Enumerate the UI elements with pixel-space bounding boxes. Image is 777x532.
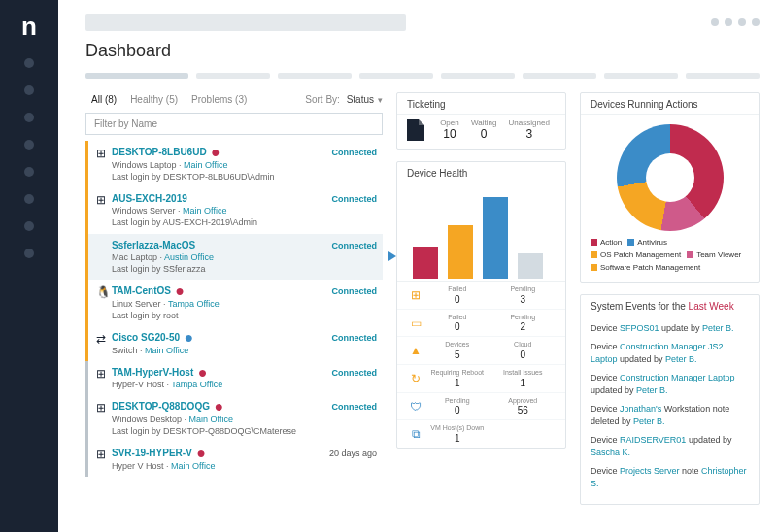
system-events-card: System Events for the Last Week Device S… <box>580 294 760 505</box>
event-link[interactable]: RAIDSERVER01 <box>620 435 686 445</box>
nav-item[interactable] <box>24 221 34 231</box>
sort-value[interactable]: Status <box>347 94 374 105</box>
health-icon: ⧉ <box>407 427 424 441</box>
device-status: Connected <box>331 331 377 356</box>
card-title: System Events for the Last Week <box>581 295 759 316</box>
cursor-icon <box>388 251 396 261</box>
device-row[interactable]: 🐧 TAM-CentOS ● Linux Server · Tampa Offi… <box>85 280 383 326</box>
event-link[interactable]: Construction Manager Laptop <box>620 373 735 382</box>
device-name[interactable]: DESKTOP-8LBU6UD ● <box>112 146 331 159</box>
device-name[interactable]: TAM-CentOS ● <box>112 284 331 298</box>
os-icon: ⊞ <box>96 448 112 472</box>
filter-tab-all[interactable]: All (8) <box>85 92 122 107</box>
health-icon: 🛡 <box>407 400 424 414</box>
logo: n <box>16 14 43 41</box>
page-title: Dashboard <box>85 41 760 61</box>
health-row: ⧉ VM Host(s) Down1 <box>397 420 565 448</box>
device-status: Connected <box>331 400 377 437</box>
filter-tab-healthy[interactable]: Healthy (5) <box>124 92 184 107</box>
chevron-down-icon[interactable]: ▾ <box>378 95 383 105</box>
event-item: Device SFPOS01 update by Peter B. <box>591 322 749 336</box>
device-name[interactable]: TAM-HyperV-Host ● <box>112 366 331 380</box>
event-link[interactable]: Jonathan's <box>620 404 661 414</box>
device-row[interactable]: ⊞ DESKTOP-8LBU6UD ● Windows Laptop · Mai… <box>85 141 383 187</box>
event-item: Device Jonathan's Workstation note delet… <box>591 403 749 429</box>
device-login: Last login by SSferlazza <box>112 263 331 275</box>
chart-bar <box>413 247 438 279</box>
device-meta: Switch · Main Office <box>112 345 331 356</box>
device-meta: Mac Laptop · Austin Office <box>112 251 331 263</box>
nav-item[interactable] <box>24 249 34 258</box>
device-row[interactable]: ⊞ SVR-19-HYPER-V ● Hyper V Host · Main O… <box>85 442 383 477</box>
nav-item[interactable] <box>24 194 34 204</box>
legend-item: Team Viewer <box>687 249 741 262</box>
device-login: Last login by DESKTOP-8LBU6UD\Admin <box>112 171 331 183</box>
device-meta: Windows Desktop · Main Office <box>112 414 331 425</box>
health-icon: ▭ <box>407 316 424 330</box>
health-row: ▭ Failed0 Pending2 <box>397 310 565 338</box>
chart-bar <box>518 253 543 279</box>
health-row: 🛡 Pending0 Approved56 <box>397 393 565 421</box>
health-row: ▲ Devices5 Cloud0 <box>397 337 565 365</box>
device-row[interactable]: ⊞ AUS-EXCH-2019 Windows Server · Main Of… <box>85 187 383 234</box>
device-meta: Windows Laptop · Main Office <box>112 159 331 171</box>
search-input[interactable]: Filter by Name <box>85 113 383 135</box>
health-icon: ⊞ <box>407 288 424 302</box>
event-user-link[interactable]: Peter B. <box>665 354 697 364</box>
device-name[interactable]: Ssferlazza-MacOS <box>112 239 331 252</box>
device-name[interactable]: DESKTOP-Q88DOQG ● <box>112 400 331 414</box>
device-status: Connected <box>331 366 377 391</box>
device-login: Last login by AUS-EXCH-2019\Admin <box>112 216 331 228</box>
event-item: Device Construction Manager Laptop updat… <box>591 372 749 398</box>
health-icon: ↻ <box>407 372 424 385</box>
device-meta: Hyper-V Host · Tampa Office <box>112 379 331 390</box>
header-placeholder <box>85 14 406 31</box>
device-row[interactable]: Ssferlazza-MacOS Mac Laptop · Austin Off… <box>85 234 383 281</box>
device-row[interactable]: ⊞ TAM-HyperV-Host ● Hyper-V Host · Tampa… <box>85 361 383 396</box>
os-icon <box>96 240 112 276</box>
event-user-link[interactable]: Peter B. <box>633 416 665 426</box>
nav-item[interactable] <box>24 85 34 95</box>
filter-tab-problems[interactable]: Problems (3) <box>186 92 253 107</box>
device-row[interactable]: ⊞ DESKTOP-Q88DOQG ● Windows Desktop · Ma… <box>85 395 383 442</box>
os-icon: ⊞ <box>96 193 112 229</box>
device-meta: Linux Server · Tampa Office <box>112 298 331 310</box>
legend-item: OS Patch Management <box>591 249 681 262</box>
health-row: ⊞ Failed0 Pending3 <box>397 282 565 310</box>
device-status: 20 days ago <box>329 447 377 472</box>
device-status: Connected <box>331 146 377 183</box>
legend-item: Action <box>591 237 622 249</box>
chart-bar <box>483 197 508 279</box>
event-user-link[interactable]: Sascha K. <box>591 448 630 457</box>
device-meta: Hyper V Host · Main Office <box>112 460 329 472</box>
device-name[interactable]: SVR-19-HYPER-V ● <box>112 447 329 460</box>
event-link[interactable]: SFPOS01 <box>620 323 659 333</box>
nav-item[interactable] <box>24 167 34 177</box>
event-user-link[interactable]: Peter B. <box>702 323 734 333</box>
event-item: Device Construction Manager JS2 Laptop u… <box>591 341 749 367</box>
device-name[interactable]: Cisco SG20-50 ● <box>112 331 331 345</box>
device-status: Connected <box>331 284 377 321</box>
ticketing-card: Ticketing Open10Waiting0Unassigned3 <box>396 92 566 150</box>
event-item: Device RAIDSERVER01 updated by Sascha K. <box>591 434 749 460</box>
event-link[interactable]: Projects Server <box>620 466 680 476</box>
nav-item[interactable] <box>24 58 34 68</box>
nav-item[interactable] <box>24 140 34 150</box>
device-health-card: Device Health ⊞ Failed0 Pending3▭ Failed… <box>396 161 566 449</box>
device-name[interactable]: AUS-EXCH-2019 <box>112 192 331 206</box>
chart-bar <box>448 225 473 279</box>
event-user-link[interactable]: Peter B. <box>636 385 668 395</box>
card-title: Devices Running Actions <box>581 93 759 115</box>
more-menu[interactable] <box>711 18 760 26</box>
card-title: Ticketing <box>397 93 565 115</box>
event-item: Device Projects Server note Christopher … <box>591 465 749 491</box>
device-row[interactable]: ⇄ Cisco SG20-50 ● Switch · Main Office C… <box>85 326 383 361</box>
health-icon: ▲ <box>407 344 424 357</box>
ticket-stat: Open10 <box>440 118 459 141</box>
device-login: Last login by DESKTOP-Q88DOQG\CMaterese <box>112 425 331 437</box>
nav-item[interactable] <box>24 113 34 122</box>
event-link[interactable]: Construction Manager JS2 Laptop <box>591 342 724 365</box>
health-row: ↻ Requiring Reboot1 Install Issues1 <box>397 365 565 393</box>
os-icon: ⇄ <box>96 332 112 356</box>
card-title: Device Health <box>397 162 565 183</box>
